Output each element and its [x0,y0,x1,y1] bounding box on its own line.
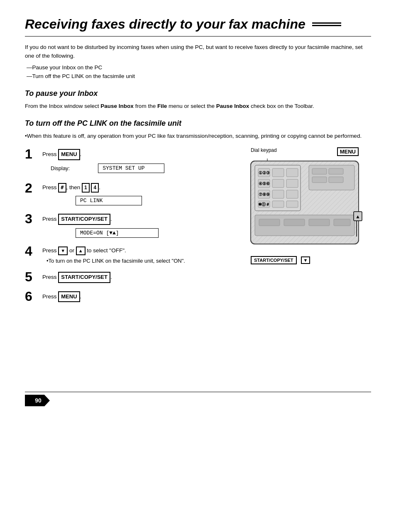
start-copy-set-key-3: START/COPY/SET [58,214,110,225]
steps-diagram-container: 1 Press MENU. Display: SYSTEM SET UP 2 P… [25,147,371,309]
intro-list-item-2: —Turn off the PC LINK on the facsimile u… [27,72,371,81]
step-4: 4 Press ▼ or ▲ to select "OFF". •To turn… [25,244,234,265]
svg-rect-15 [286,190,298,198]
intro-list-item-1: —Pause your Inbox on the PC [27,63,371,72]
step-3-display: MODE=ON [▼▲] [76,228,159,238]
svg-rect-21 [312,168,327,174]
step-2: 2 Press #, then 1 4. PC LINK [25,181,234,207]
svg-rect-6 [272,168,284,177]
step-6-number: 6 [25,290,38,303]
svg-rect-11 [286,179,298,188]
svg-rect-24 [329,177,343,183]
step-5: 5 Press START/COPY/SET. [25,270,234,285]
intro-list: —Pause your Inbox on the PC —Turn off th… [27,63,371,81]
menu-key-6: MENU [58,291,80,303]
step-1-content: Press MENU. Display: SYSTEM SET UP [42,147,234,176]
start-copy-set-label-diagram: START/COPY/SET [251,256,297,264]
steps-list: 1 Press MENU. Display: SYSTEM SET UP 2 P… [25,147,234,309]
svg-rect-26 [259,219,280,226]
svg-rect-23 [312,177,327,183]
up-arrow-key: ▲ [76,246,86,256]
page-arrow: 90 [25,395,50,406]
down-arrow-diagram: ▼ [301,256,310,264]
step-2-content: Press #, then 1 4. PC LINK [42,181,234,207]
svg-rect-18 [272,201,284,207]
step-4-instruction: Press ▼ or ▲ to select "OFF". [42,246,234,256]
step-4-content: Press ▼ or ▲ to select "OFF". •To turn o… [42,244,234,265]
step-2-number: 2 [25,181,38,195]
diagram-top-labels: Dial keypad MENU [247,147,363,156]
title-decoration [312,22,341,26]
section2-heading: To turn off the PC LINK on the facsimile… [25,119,371,128]
svg-rect-28 [309,219,330,226]
svg-rect-14 [272,190,284,198]
num-key-1: 1 [82,183,90,193]
step-6-content: Press MENU. [42,290,234,304]
menu-key-1: MENU [58,149,80,160]
svg-rect-27 [284,219,305,226]
title-divider [25,36,371,37]
diagram-bottom-labels: START/COPY/SET ▼ [247,256,363,264]
step-1-number: 1 [25,147,38,161]
step-2-display-wrap: PC LINK [51,194,234,207]
dial-keypad-label: Dial keypad [251,147,277,153]
svg-text:▲: ▲ [355,214,360,220]
num-key-4: 4 [91,183,99,193]
page-title: Receiving faxes directly to your fax mac… [25,17,371,32]
step-6-instruction: Press MENU. [42,291,234,303]
start-copy-set-key-5: START/COPY/SET [58,272,110,283]
page-number-container: 90 [25,395,371,406]
svg-rect-7 [286,168,298,177]
step-3-number: 3 [25,212,38,225]
step-5-number: 5 [25,270,38,283]
step-4-subnote: •To turn on the PC LINK on the facsimile… [46,257,234,265]
svg-text:①②③: ①②③ [259,171,270,175]
step-1-instruction: Press MENU. [42,149,234,160]
section2-note: •When this feature is off, any operation… [25,132,371,141]
fax-machine-svg: ①②③ ④⑤⑥ ⑦⑧⑨ ✱⓪＃ [247,158,363,253]
fax-diagram-area: Dial keypad MENU ①②③ [247,147,371,309]
svg-text:✱⓪＃: ✱⓪＃ [258,202,270,207]
page-number: 90 [33,397,42,404]
step-2-display: PC LINK [76,196,142,205]
step-3-content: Press START/COPY/SET. MODE=ON [▼▲] [42,212,234,239]
svg-rect-22 [329,168,343,174]
display-label: Display: [51,165,70,171]
step-3: 3 Press START/COPY/SET. MODE=ON [▼▲] [25,212,234,239]
fax-diagram-wrapper: Dial keypad MENU ①②③ [247,147,363,264]
hash-key: # [58,183,66,193]
step-1-display: SYSTEM SET UP [98,164,164,173]
svg-text:④⑤⑥: ④⑤⑥ [259,181,270,186]
step-2-instruction: Press #, then 1 4. [42,183,234,193]
step-1-display-row: Display: SYSTEM SET UP [51,162,234,175]
section1-heading: To pause your Inbox [25,89,371,98]
step-3-display-wrap: MODE=ON [▼▲] [51,227,234,239]
step-1: 1 Press MENU. Display: SYSTEM SET UP [25,147,234,176]
footer-line [25,392,371,392]
down-arrow-key: ▼ [58,246,68,256]
step-5-instruction: Press START/COPY/SET. [42,272,234,283]
step-6: 6 Press MENU. [25,290,234,304]
svg-rect-19 [286,201,298,207]
step-5-content: Press START/COPY/SET. [42,270,234,285]
svg-rect-10 [272,179,284,188]
page-footer: 90 [25,392,371,406]
section1-text: From the Inbox window select Pause Inbox… [25,102,371,111]
svg-rect-29 [334,219,350,226]
intro-text: If you do not want to be disturbed by in… [25,43,371,61]
svg-text:⑦⑧⑨: ⑦⑧⑨ [259,192,270,197]
menu-label-diagram: MENU [337,147,359,156]
step-3-instruction: Press START/COPY/SET. [42,214,234,225]
step-4-number: 4 [25,244,38,258]
